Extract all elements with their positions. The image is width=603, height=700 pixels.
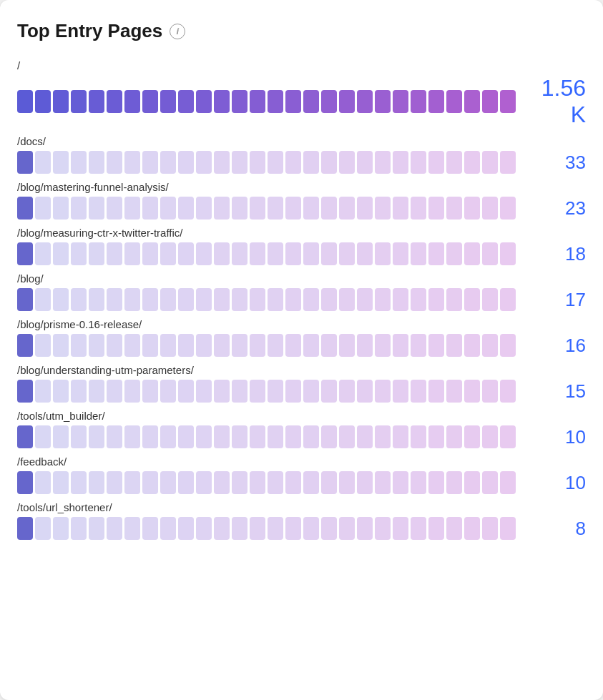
bar-segment: [500, 517, 516, 540]
bar-segment: [321, 242, 337, 265]
bar-segment: [107, 425, 122, 448]
bar-segment: [17, 471, 33, 494]
entry-row: 23: [17, 197, 586, 220]
bar-segment: [214, 425, 230, 448]
bar-segment: [375, 288, 391, 311]
bar-segment: [71, 471, 87, 494]
bar-segment: [268, 288, 283, 311]
bar-segment: [482, 242, 498, 265]
entry-value: 23: [529, 197, 586, 220]
bar-segment: [160, 288, 176, 311]
bar-segment: [178, 197, 194, 220]
bar-segment: [303, 242, 319, 265]
entry-label: /blog/understanding-utm-parameters/: [17, 364, 586, 376]
bar-segment: [303, 471, 319, 494]
bar-segment: [428, 517, 444, 540]
bar-container: [17, 334, 521, 357]
bar-segment: [375, 471, 391, 494]
bar-segment: [89, 197, 104, 220]
entry-row: 10: [17, 425, 586, 448]
bar-segment: [250, 380, 265, 403]
bar-segment: [196, 380, 212, 403]
bar-segment: [124, 90, 140, 113]
bar-segment: [285, 242, 301, 265]
bar-segment: [124, 425, 140, 448]
bar-segment: [250, 334, 265, 357]
bar-segment: [160, 151, 176, 174]
bar-segment: [250, 471, 265, 494]
bar-segment: [482, 334, 498, 357]
bar-segment: [321, 197, 337, 220]
bar-segment: [303, 334, 319, 357]
bar-segment: [375, 197, 391, 220]
bar-segment: [107, 151, 122, 174]
bar-segment: [446, 197, 462, 220]
bar-segment: [428, 334, 444, 357]
bar-segment: [464, 197, 480, 220]
entry-row: 33: [17, 151, 586, 174]
bar-segment: [285, 197, 301, 220]
bar-segment: [232, 380, 247, 403]
bar-segment: [196, 425, 212, 448]
bar-segment: [464, 242, 480, 265]
bar-segment: [250, 288, 265, 311]
bar-segment: [357, 197, 373, 220]
bar-segment: [89, 288, 104, 311]
bar-segment: [124, 197, 140, 220]
info-icon[interactable]: i: [170, 24, 185, 39]
bar-segment: [500, 242, 516, 265]
bar-segment: [464, 334, 480, 357]
bar-segment: [446, 380, 462, 403]
bar-segment: [178, 90, 194, 113]
card-header: Top Entry Pages i: [17, 20, 586, 42]
bar-segment: [303, 90, 319, 113]
bar-segment: [393, 425, 408, 448]
bar-segment: [35, 242, 51, 265]
bar-segment: [393, 334, 408, 357]
bar-segment: [107, 380, 122, 403]
bar-segment: [142, 380, 158, 403]
bar-segment: [321, 334, 337, 357]
bar-segment: [232, 517, 247, 540]
bar-segment: [375, 90, 391, 113]
bar-segment: [142, 242, 158, 265]
bar-segment: [428, 288, 444, 311]
entry-label: /tools/utm_builder/: [17, 410, 586, 422]
entry-row: 1.56 K: [17, 75, 586, 128]
bar-segment: [250, 90, 265, 113]
list-item: /blog/measuring-ctr-x-twitter-traffic/18: [17, 227, 586, 265]
bar-segment: [232, 425, 247, 448]
bar-segment: [339, 288, 355, 311]
bar-segment: [53, 517, 69, 540]
bar-segment: [142, 517, 158, 540]
bar-segment: [160, 517, 176, 540]
bar-segment: [160, 471, 176, 494]
bar-segment: [17, 242, 33, 265]
entry-list: /1.56 K/docs/33/blog/mastering-funnel-an…: [17, 59, 586, 547]
entry-value: 33: [529, 152, 586, 174]
bar-segment: [124, 471, 140, 494]
bar-segment: [268, 242, 283, 265]
bar-segment: [53, 334, 69, 357]
bar-segment: [35, 151, 51, 174]
bar-segment: [446, 288, 462, 311]
bar-segment: [232, 197, 247, 220]
bar-segment: [482, 380, 498, 403]
bar-segment: [142, 151, 158, 174]
entry-value: 16: [529, 335, 586, 357]
bar-segment: [17, 151, 33, 174]
entry-value: 15: [529, 380, 586, 403]
bar-segment: [232, 151, 247, 174]
bar-segment: [500, 288, 516, 311]
bar-segment: [375, 380, 391, 403]
bar-segment: [35, 425, 51, 448]
bar-segment: [357, 288, 373, 311]
bar-container: [17, 471, 521, 494]
bar-segment: [71, 90, 87, 113]
entry-value: 1.56 K: [523, 75, 586, 128]
bar-segment: [393, 151, 408, 174]
entry-row: 18: [17, 242, 586, 265]
bar-segment: [160, 425, 176, 448]
bar-segment: [142, 90, 158, 113]
bar-segment: [339, 380, 355, 403]
